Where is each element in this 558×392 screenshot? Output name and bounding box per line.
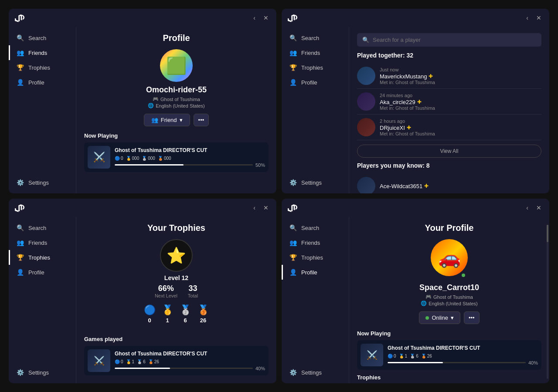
- game-card-br: ⚔️ Ghost of Tsushima DIRECTOR'S CUT 🔵0 🥇…: [357, 340, 541, 370]
- more-button-br[interactable]: •••: [464, 311, 480, 324]
- bronze-trophy: 🥉000: [158, 156, 171, 161]
- sidebar-bottom-left: 🔍 Search 👥 Friends 🏆 Trophies 👤 Profile …: [9, 217, 76, 383]
- bronze-count: 🥉 26: [197, 304, 209, 324]
- scrollbar-thumb[interactable]: [547, 225, 548, 242]
- panel-bottom-right: ‹ ✕ 🔍 Search 👥 Friends 🏆 Trophies 👤 Prof…: [282, 199, 549, 383]
- main-content-br: Your Profile 🚗 Space_Carrot10 🎮 Ghost of…: [349, 217, 549, 383]
- back-button-tr[interactable]: ‹: [524, 14, 530, 22]
- game-info-br: Ghost of Tsushima DIRECTOR'S CUT 🔵0 🥇1 🥈…: [388, 345, 538, 365]
- main-content-top-left: Profile 🟩 Omochi-rider-55 🎮 Ghost of Tsu…: [76, 27, 276, 193]
- friend-avatar-1: [357, 92, 375, 111]
- panel-bottom-left: ‹ ✕ 🔍 Search 👥 Friends 🏆 Trophies 👤 Prof…: [9, 199, 276, 383]
- may-know-info-0: Ace-Wildcat3651 ✚: [380, 183, 541, 189]
- profile-name-br: Space_Carrot10: [419, 283, 479, 292]
- friends-icon-br: 👥: [289, 239, 297, 246]
- silver-trophy: 🥈000: [142, 156, 155, 161]
- sidebar-item-profile-tr[interactable]: 👤 Profile: [282, 75, 349, 90]
- game-thumbnail: ⚔️: [88, 146, 110, 169]
- progress-text-bl: 40%: [255, 366, 265, 371]
- panel-top-right: ‹ ✕ 🔍 Search 👥 Friends 🏆 Trophies 👤 Prof…: [282, 9, 549, 193]
- close-button-bl[interactable]: ✕: [262, 203, 270, 212]
- search-bar-tr[interactable]: 🔍: [357, 33, 541, 47]
- platinum-icon: 🔵: [144, 304, 156, 316]
- friend-icon: 👥: [151, 117, 158, 123]
- played-together-header: Played together: 32: [357, 52, 541, 59]
- search-icon-tr: 🔍: [289, 34, 297, 41]
- platinum-br: 🔵0: [388, 354, 396, 358]
- profile-game-meta: 🎮 Ghost of Tsushima: [153, 96, 200, 102]
- silver-br: 🥈6: [410, 354, 418, 358]
- friends-icon-tr: 👥: [289, 49, 297, 56]
- friend-button[interactable]: 👥 Friend ▾: [144, 114, 190, 126]
- sidebar-item-friends-tr[interactable]: 👥 Friends: [282, 45, 349, 60]
- profile-actions: 👥 Friend ▾ •••: [144, 114, 209, 126]
- more-button[interactable]: •••: [194, 114, 209, 126]
- back-button-br[interactable]: ‹: [524, 203, 530, 212]
- back-button-bl[interactable]: ‹: [252, 203, 257, 212]
- profile-icon-bl: 👤: [16, 269, 24, 276]
- sidebar-item-settings-br[interactable]: ⚙️ Settings: [282, 365, 349, 380]
- sidebar-item-profile-br[interactable]: 👤 Profile: [282, 265, 349, 280]
- progress-fill-bl: [115, 368, 170, 369]
- sidebar-label-trophies-br: Trophies: [301, 254, 323, 261]
- gold-icon: 🥇: [162, 304, 174, 316]
- close-button-tr[interactable]: ✕: [534, 14, 543, 22]
- search-input-tr[interactable]: [373, 37, 536, 43]
- scrollbar[interactable]: [547, 225, 548, 379]
- back-button[interactable]: ‹: [252, 14, 257, 22]
- level-text: Level 12: [164, 274, 188, 281]
- bronze-icon: 🥉: [197, 304, 209, 316]
- friend-met-0: Met in: Ghost of Tsushima: [380, 80, 541, 85]
- progress-container-bl: 40%: [115, 366, 265, 371]
- page-title-bl: Your Trophies: [84, 223, 269, 233]
- panel-body-bl: 🔍 Search 👥 Friends 🏆 Trophies 👤 Profile …: [9, 217, 276, 383]
- sidebar-bottom-right: 🔍 Search 👥 Friends 🏆 Trophies 👤 Profile …: [282, 217, 349, 383]
- sidebar-item-search-br[interactable]: 🔍 Search: [282, 220, 349, 235]
- ps-logo-bl: [15, 203, 24, 213]
- friend-item-0: Just now MaverickxMustang ✚ Met in: Ghos…: [357, 63, 541, 89]
- sidebar-item-profile[interactable]: 👤 Profile: [9, 75, 76, 90]
- game-title-br: Ghost of Tsushima DIRECTOR'S CUT: [388, 345, 538, 351]
- sidebar-item-search-tr[interactable]: 🔍 Search: [282, 30, 349, 45]
- profile-icon-tr: 👤: [289, 79, 297, 86]
- gold-num: 1: [166, 317, 169, 324]
- close-button[interactable]: ✕: [262, 14, 270, 22]
- sidebar-top-left: 🔍 Search 👥 Friends 🏆 Trophies 👤 Profile …: [9, 27, 76, 193]
- total-value: 33: [188, 284, 198, 293]
- sidebar-item-friends-bl[interactable]: 👥 Friends: [9, 235, 76, 250]
- progress-text: 50%: [255, 162, 265, 168]
- sidebar-item-friends-br[interactable]: 👥 Friends: [282, 235, 349, 250]
- gold-trophy: 🥇000: [126, 156, 140, 161]
- gold-bl: 🥇1: [126, 359, 135, 364]
- game-title: Ghost of Tsushima DIRECTOR'S CUT: [115, 147, 265, 153]
- sidebar-item-settings-bl[interactable]: ⚙️ Settings: [9, 365, 76, 380]
- profile-avatar-br: 🚗 Space_Carrot10 🎮 Ghost of Tsushima 🌐 E…: [357, 239, 541, 324]
- friend-time-0: Just now: [380, 67, 541, 72]
- sidebar-label-settings-br: Settings: [301, 369, 322, 376]
- sidebar-item-trophies[interactable]: 🏆 Trophies: [9, 60, 76, 75]
- bronze-num: 26: [200, 317, 206, 324]
- sidebar-item-profile-bl[interactable]: 👤 Profile: [9, 265, 76, 280]
- friend-name-2: DRjuiceXI ✚: [380, 125, 541, 131]
- sidebar-label-search: Search: [28, 35, 46, 41]
- online-status-button[interactable]: Online ▾: [419, 311, 460, 324]
- now-playing-label: Now Playing: [84, 132, 269, 139]
- titlebar-controls-bl: ‹ ✕: [252, 203, 270, 212]
- sidebar-item-settings-tr[interactable]: ⚙️ Settings: [282, 175, 349, 190]
- sidebar-item-friends[interactable]: 👥 Friends: [9, 45, 76, 60]
- view-all-button[interactable]: View All: [357, 145, 541, 158]
- ps-plus-icon-0: ✚: [429, 73, 433, 79]
- sidebar-item-search[interactable]: 🔍 Search: [9, 30, 76, 45]
- may-know-item-0: Ace-Wildcat3651 ✚: [357, 173, 541, 193]
- gold-br: 🥇1: [399, 354, 408, 358]
- sidebar-item-search-bl[interactable]: 🔍 Search: [9, 220, 76, 235]
- total-stat: 33 Total: [188, 284, 198, 298]
- close-button-br[interactable]: ✕: [534, 203, 543, 212]
- titlebar-top-left: ‹ ✕: [9, 9, 276, 27]
- sidebar-item-trophies-tr[interactable]: 🏆 Trophies: [282, 60, 349, 75]
- sidebar-item-trophies-br[interactable]: 🏆 Trophies: [282, 250, 349, 265]
- sidebar-item-trophies-bl[interactable]: 🏆 Trophies: [9, 250, 76, 265]
- titlebar-bottom-left: ‹ ✕: [9, 199, 276, 217]
- profile-avatar-section: 🟩 Omochi-rider-55 🎮 Ghost of Tsushima 🌐 …: [84, 49, 269, 126]
- sidebar-item-settings[interactable]: ⚙️ Settings: [9, 175, 76, 190]
